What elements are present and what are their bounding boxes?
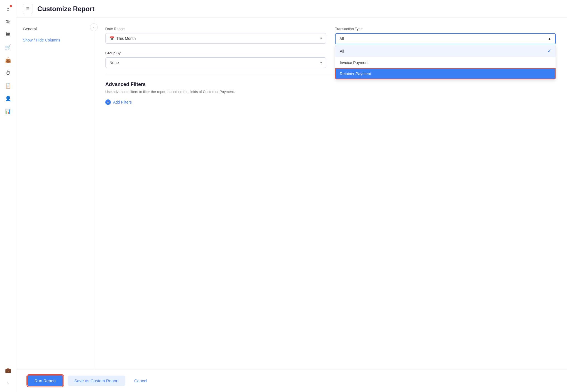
- transaction-type-container: All ▲ All ✓ Invoice Payment: [335, 33, 556, 44]
- document-icon[interactable]: 📋: [3, 80, 14, 91]
- page-title: Customize Report: [37, 5, 94, 13]
- group-by-select-wrapper: None ▼: [105, 57, 326, 68]
- footer: Run Report Save as Custom Report Cancel: [16, 369, 567, 392]
- form-section: Date Range 📅 This Month ▼ Transaction Ty…: [105, 27, 556, 360]
- dropdown-option-retainer-payment[interactable]: Retainer Payment: [335, 68, 556, 79]
- date-range-select-wrapper: 📅 This Month ▼: [105, 33, 326, 44]
- expand-sidebar-button[interactable]: ›: [3, 378, 14, 389]
- date-range-select[interactable]: 📅 This Month: [105, 33, 326, 44]
- sidebar-item-show-hide-columns[interactable]: Show / Hide Columns: [16, 35, 94, 46]
- cancel-button[interactable]: Cancel: [130, 376, 152, 386]
- advanced-filters-description: Use advanced filters to filter the repor…: [105, 90, 556, 94]
- main-area: ☰ Customize Report General Show / Hide C…: [16, 0, 567, 392]
- advanced-filters-section: Advanced Filters Use advanced filters to…: [105, 82, 556, 105]
- advanced-filters-title: Advanced Filters: [105, 82, 556, 87]
- hamburger-button[interactable]: ☰: [23, 4, 33, 14]
- sidebar-item-general[interactable]: General: [16, 23, 94, 35]
- check-icon: ✓: [548, 48, 551, 54]
- transaction-type-label: Transaction Type: [335, 27, 556, 31]
- date-range-group: Date Range 📅 This Month ▼: [105, 27, 326, 44]
- content-area: General Show / Hide Columns ‹ Date Range: [16, 18, 567, 369]
- home-icon[interactable]: ⌂: [3, 3, 14, 14]
- date-range-label: Date Range: [105, 27, 326, 31]
- notification-dot: [10, 5, 12, 7]
- plus-circle-icon: +: [105, 99, 111, 105]
- sidebar: ⌂ 🛍 🏛 🛒 👜 ⏱ 📋 👤 📊 💼 ›: [0, 0, 16, 392]
- bag-icon[interactable]: 👜: [3, 55, 14, 66]
- chevron-up-icon: ▲: [548, 36, 551, 41]
- cart-icon[interactable]: 🛒: [3, 42, 14, 53]
- group-by-group: Group By None ▼: [105, 51, 326, 68]
- chart-icon[interactable]: 📊: [3, 106, 14, 117]
- shopping-icon[interactable]: 🛍: [3, 16, 14, 27]
- left-panel: General Show / Hide Columns ‹: [16, 18, 94, 369]
- transaction-type-dropdown: All ✓ Invoice Payment Retainer Payment: [335, 45, 556, 80]
- transaction-type-select[interactable]: All ▲: [335, 33, 556, 44]
- transaction-type-group: Transaction Type All ▲ All ✓: [335, 27, 556, 44]
- group-by-label: Group By: [105, 51, 326, 55]
- calendar-icon: 📅: [109, 36, 114, 41]
- dropdown-option-invoice-payment[interactable]: Invoice Payment: [335, 57, 556, 68]
- briefcase-icon[interactable]: 💼: [3, 365, 14, 376]
- header: ☰ Customize Report: [16, 0, 567, 18]
- save-custom-report-button[interactable]: Save as Custom Report: [68, 376, 125, 386]
- collapse-panel-button[interactable]: ‹: [90, 23, 98, 31]
- clock-icon[interactable]: ⏱: [3, 67, 14, 79]
- dropdown-option-all[interactable]: All ✓: [335, 45, 556, 57]
- right-panel: Date Range 📅 This Month ▼ Transaction Ty…: [94, 18, 567, 369]
- bank-icon[interactable]: 🏛: [3, 29, 14, 40]
- add-filters-button[interactable]: + Add Filters: [105, 99, 132, 105]
- user-add-icon[interactable]: 👤: [3, 93, 14, 104]
- group-by-select[interactable]: None: [105, 57, 326, 68]
- run-report-button[interactable]: Run Report: [27, 375, 63, 386]
- form-row-1: Date Range 📅 This Month ▼ Transaction Ty…: [105, 27, 556, 44]
